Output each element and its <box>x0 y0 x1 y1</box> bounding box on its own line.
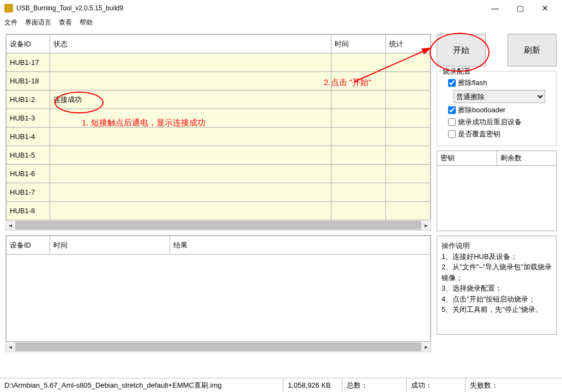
table-row[interactable]: HUB1-7 <box>7 183 431 202</box>
instructions-panel: 操作说明 1、连接好HUB及设备； 2、从"文件"–"导入烧录包"加载烧录镜像；… <box>437 236 557 335</box>
reboot-after-label: 烧录成功后重启设备 <box>458 117 522 127</box>
table-row[interactable]: HUB1-17 <box>7 53 431 72</box>
cell-status <box>50 165 331 183</box>
cell-time <box>331 146 386 165</box>
status-path: D:\Armbian_5.67_Aml-s805_Debian_stretch_… <box>0 378 283 392</box>
cell-stats <box>386 53 431 72</box>
cell-time <box>331 202 386 220</box>
cell-time <box>331 183 386 202</box>
col-result-time[interactable]: 时间 <box>50 236 170 255</box>
cell-status <box>50 128 331 146</box>
device-table: 设备ID 状态 时间 统计 HUB1-17HUB1-18HUB1-2连接成功HU… <box>6 34 431 220</box>
cell-id: HUB1-17 <box>7 53 50 72</box>
cell-stats <box>386 202 431 220</box>
table-row[interactable]: HUB1-8 <box>7 202 431 220</box>
cell-time <box>331 91 386 109</box>
menu-view[interactable]: 查看 <box>59 18 72 27</box>
minimize-button[interactable]: — <box>482 0 507 16</box>
refresh-button[interactable]: 刷新 <box>507 34 557 67</box>
cell-stats <box>386 165 431 183</box>
menu-help[interactable]: 帮助 <box>80 18 93 27</box>
device-table-hscroll[interactable]: ◄► <box>6 220 431 230</box>
cell-status <box>50 146 331 165</box>
cell-time <box>331 72 386 91</box>
col-status[interactable]: 状态 <box>50 35 331 53</box>
cell-time <box>331 128 386 146</box>
col-stats[interactable]: 统计 <box>386 35 431 53</box>
overwrite-key-label: 是否覆盖密钥 <box>458 129 500 139</box>
erase-flash-checkbox[interactable] <box>448 79 456 87</box>
col-time[interactable]: 时间 <box>331 35 386 53</box>
instruction-line: 4、点击"开始"按钮启动烧录； <box>442 294 552 305</box>
cell-id: HUB1-5 <box>7 146 50 165</box>
cell-stats <box>386 91 431 109</box>
erase-flash-label: 擦除flash <box>458 78 487 88</box>
cell-status <box>50 72 331 91</box>
col-result-id[interactable]: 设备ID <box>7 236 50 255</box>
table-row[interactable]: HUB1-5 <box>7 146 431 165</box>
table-row[interactable]: HUB1-6 <box>7 165 431 183</box>
cell-time <box>331 109 386 128</box>
overwrite-key-checkbox[interactable] <box>448 130 456 138</box>
instructions-title: 操作说明 <box>442 240 552 251</box>
result-table: 设备ID 时间 结果 <box>6 236 431 255</box>
cell-stats <box>386 109 431 128</box>
erase-mode-select[interactable]: 普通擦除 <box>454 90 545 103</box>
instruction-line: 1、连接好HUB及设备； <box>442 251 552 262</box>
key-col-remain: 剩余数 <box>497 151 557 166</box>
cell-stats <box>386 146 431 165</box>
result-table-body <box>6 255 431 342</box>
maximize-button[interactable]: ▢ <box>507 0 533 16</box>
app-icon <box>4 4 13 13</box>
erase-bootloader-checkbox[interactable] <box>448 106 456 114</box>
table-row[interactable]: HUB1-2连接成功 <box>7 91 431 109</box>
instruction-line: 2、从"文件"–"导入烧录包"加载烧录镜像； <box>442 262 552 283</box>
cell-stats <box>386 183 431 202</box>
status-success: 成功： <box>407 378 466 392</box>
cell-time <box>331 165 386 183</box>
cell-id: HUB1-3 <box>7 109 50 128</box>
table-row[interactable]: HUB1-18 <box>7 72 431 91</box>
close-button[interactable]: ✕ <box>533 0 558 16</box>
cell-id: HUB1-4 <box>7 128 50 146</box>
status-size: 1,058,926 KB <box>283 378 342 392</box>
cell-status <box>50 109 331 128</box>
config-title: 烧录配置 <box>440 67 473 76</box>
status-fail: 失败数： <box>466 378 562 392</box>
reboot-after-checkbox[interactable] <box>448 118 456 126</box>
key-panel: 密钥 剩余数 <box>437 150 557 231</box>
table-row[interactable]: HUB1-3 <box>7 109 431 128</box>
col-result-result[interactable]: 结果 <box>170 236 431 255</box>
cell-status <box>50 53 331 72</box>
result-table-hscroll[interactable]: ◄► <box>6 342 431 352</box>
status-total: 总数： <box>342 378 407 392</box>
instruction-line: 5、关闭工具前，先"停止"烧录。 <box>442 304 552 315</box>
cell-id: HUB1-8 <box>7 202 50 220</box>
col-device-id[interactable]: 设备ID <box>7 35 50 53</box>
cell-status: 连接成功 <box>50 91 331 109</box>
key-table-body <box>437 166 557 231</box>
window-title: USB_Burning_Tool_v2.0.5.15_build9 <box>16 4 482 12</box>
cell-status <box>50 183 331 202</box>
instruction-line: 3、选择烧录配置； <box>442 283 552 294</box>
burn-config-panel: 烧录配置 擦除flash 普通擦除 擦除bootloader 烧录成功后重启设备… <box>437 71 557 146</box>
table-row[interactable]: HUB1-4 <box>7 128 431 146</box>
cell-status <box>50 202 331 220</box>
status-bar: D:\Armbian_5.67_Aml-s805_Debian_stretch_… <box>0 378 562 392</box>
cell-stats <box>386 72 431 91</box>
menu-file[interactable]: 文件 <box>4 18 17 27</box>
key-col-key: 密钥 <box>437 151 497 166</box>
cell-id: HUB1-18 <box>7 72 50 91</box>
cell-time <box>331 53 386 72</box>
cell-id: HUB1-2 <box>7 91 50 109</box>
menu-language[interactable]: 界面语言 <box>25 18 51 27</box>
cell-id: HUB1-7 <box>7 183 50 202</box>
erase-bootloader-label: 擦除bootloader <box>458 105 505 115</box>
cell-stats <box>386 128 431 146</box>
cell-id: HUB1-6 <box>7 165 50 183</box>
start-button[interactable]: 开始 <box>437 34 486 67</box>
